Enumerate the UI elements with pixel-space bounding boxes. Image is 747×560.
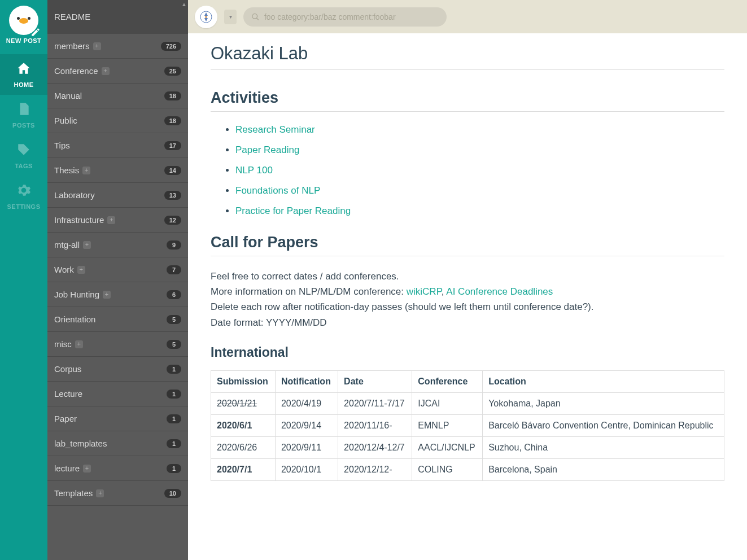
activities-heading: Activities [211, 89, 724, 112]
category-count: 1 [167, 439, 181, 448]
cfp-text: Date format: YYYY/MM/DD [211, 315, 724, 330]
cfp-text: Feel free to correct dates / add confere… [211, 269, 724, 284]
category-name: lecture [54, 463, 80, 473]
category-item[interactable]: Public18 [47, 108, 188, 133]
category-count: 17 [164, 141, 181, 150]
category-item[interactable]: Paper1 [47, 406, 188, 431]
ai-deadlines-link[interactable]: AI Conference Deadlines [446, 286, 553, 297]
expand-icon[interactable]: + [96, 489, 104, 497]
category-item[interactable]: Templates+10 [47, 481, 188, 506]
activity-item: NLP 100 [235, 165, 724, 176]
cell-submission: 2020/1/21 [211, 392, 276, 414]
category-item[interactable]: Infrastructure+12 [47, 208, 188, 233]
category-item[interactable]: mtg-all+9 [47, 233, 188, 257]
team-logo[interactable] [195, 6, 217, 28]
category-count: 726 [161, 42, 181, 51]
category-count: 18 [164, 116, 181, 125]
expand-icon[interactable]: + [83, 241, 91, 249]
rail-item-home[interactable]: HOME [0, 54, 47, 95]
category-name: Corpus [54, 364, 81, 374]
category-count: 5 [167, 315, 181, 324]
expand-icon[interactable]: + [102, 67, 110, 75]
sidebar-readme[interactable]: README [47, 0, 188, 34]
wikicfp-link[interactable]: wikiCRP [407, 286, 442, 297]
category-item[interactable]: lecture+1 [47, 456, 188, 481]
svg-point-1 [205, 16, 207, 18]
rail-item-label: POSTS [12, 122, 35, 129]
category-item[interactable]: Lecture1 [47, 382, 188, 406]
activity-link[interactable]: Practice for Paper Reading [235, 205, 351, 216]
search-bar[interactable] [243, 7, 447, 27]
table-header: Conference [412, 370, 483, 392]
expand-icon[interactable]: + [103, 291, 111, 299]
category-count: 12 [164, 216, 181, 225]
rail-item-settings[interactable]: SETTINGS [0, 176, 47, 217]
table-header: Date [338, 370, 412, 392]
category-item[interactable]: Tips17 [47, 133, 188, 158]
cell-notification: 2020/9/11 [275, 436, 338, 458]
cell-conference: EMNLP [412, 414, 483, 436]
cell-conference: AACL/IJCNLP [412, 436, 483, 458]
rail-item-posts[interactable]: POSTS [0, 95, 47, 135]
activity-item: Foundations of NLP [235, 185, 724, 196]
category-name: lab_templates [54, 439, 107, 448]
activity-link[interactable]: Foundations of NLP [235, 185, 320, 196]
activity-link[interactable]: Research Seminar [235, 124, 315, 135]
category-name: Templates [54, 488, 93, 498]
category-name: Work [54, 265, 74, 274]
category-item[interactable]: members+726 [47, 34, 188, 59]
search-input[interactable] [264, 12, 439, 21]
category-item[interactable]: Thesis+14 [47, 158, 188, 183]
conference-table: SubmissionNotificationDateConferenceLoca… [211, 370, 724, 481]
table-row: 2020/6/12020/9/142020/11/16-EMNLPBarceló… [211, 414, 724, 436]
cfp-text: More information on NLP/ML/DM conference… [211, 284, 724, 299]
category-name: Public [54, 116, 77, 125]
rail-item-label: TAGS [15, 163, 33, 169]
category-item[interactable]: misc+5 [47, 332, 188, 357]
activity-link[interactable]: NLP 100 [235, 165, 273, 176]
category-name: Lecture [54, 389, 82, 399]
category-count: 18 [164, 91, 181, 100]
category-count: 13 [164, 191, 181, 200]
table-header: Notification [275, 370, 338, 392]
table-header: Submission [211, 370, 276, 392]
cell-submission: 2020/6/26 [211, 436, 276, 458]
category-item[interactable]: Conference+25 [47, 59, 188, 84]
category-count: 7 [167, 265, 181, 274]
tag-icon [16, 142, 31, 157]
category-item[interactable]: Orientation5 [47, 307, 188, 332]
category-item[interactable]: Corpus1 [47, 357, 188, 382]
expand-icon[interactable]: + [83, 465, 91, 473]
activity-link[interactable]: Paper Reading [235, 145, 299, 155]
category-name: Infrastructure [54, 215, 104, 225]
category-sidebar: ▲ README members+726Conference+25Manual1… [47, 0, 188, 560]
cell-conference: IJCAI [412, 392, 483, 414]
rail-item-tags[interactable]: TAGS [0, 135, 47, 176]
expand-icon[interactable]: + [75, 340, 83, 348]
table-row: 2020/7/12020/10/12020/12/12-COLINGBarcel… [211, 458, 724, 480]
cell-location: Suzhou, China [483, 436, 724, 458]
category-item[interactable]: Laboratory13 [47, 183, 188, 208]
expand-icon[interactable]: + [77, 266, 85, 274]
expand-icon[interactable]: + [93, 42, 101, 50]
category-item[interactable]: Manual18 [47, 84, 188, 108]
expand-icon[interactable]: + [82, 167, 90, 174]
table-row: 2020/6/262020/9/112020/12/4-12/7AACL/IJC… [211, 436, 724, 458]
activity-item: Research Seminar [235, 124, 724, 135]
home-icon [16, 61, 32, 76]
category-name: Paper [54, 414, 77, 423]
search-icon [251, 12, 260, 21]
new-post-label[interactable]: NEW POST [6, 37, 42, 44]
expand-icon[interactable]: + [107, 216, 115, 224]
category-item[interactable]: lab_templates1 [47, 431, 188, 456]
category-item[interactable]: Job Hunting+6 [47, 282, 188, 307]
pencil-icon [30, 27, 41, 37]
team-dropdown[interactable]: ▾ [224, 10, 237, 24]
category-count: 9 [167, 240, 181, 250]
cell-date: 2020/12/12- [338, 458, 412, 480]
category-name: Laboratory [54, 190, 95, 200]
category-item[interactable]: Work+7 [47, 257, 188, 282]
scroll-up-arrow[interactable]: ▲ [181, 1, 187, 7]
category-name: Manual [54, 91, 82, 100]
new-post-avatar[interactable] [9, 6, 38, 35]
